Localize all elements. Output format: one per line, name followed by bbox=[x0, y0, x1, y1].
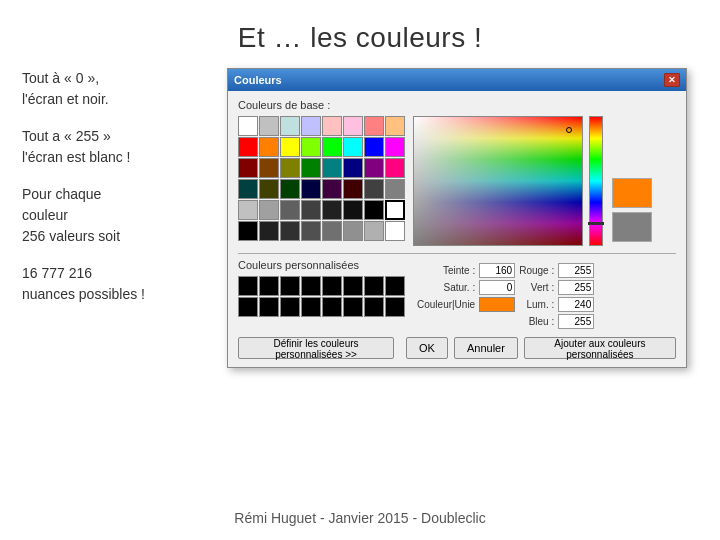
custom-swatch-13[interactable] bbox=[322, 297, 342, 317]
custom-swatch-15[interactable] bbox=[364, 297, 384, 317]
dialog-title: Couleurs bbox=[234, 74, 282, 86]
swatch-purple[interactable] bbox=[364, 158, 384, 178]
swatch-orange[interactable] bbox=[259, 137, 279, 157]
custom-swatch-7[interactable] bbox=[364, 276, 384, 296]
new-color-preview bbox=[612, 178, 652, 208]
divider bbox=[238, 253, 676, 254]
rouge-input[interactable] bbox=[558, 263, 594, 278]
swatch-b1[interactable] bbox=[238, 221, 258, 241]
custom-swatch-9[interactable] bbox=[238, 297, 258, 317]
basic-colors-grid bbox=[238, 116, 405, 247]
swatch-brown[interactable] bbox=[259, 158, 279, 178]
color-gradient-picker[interactable] bbox=[413, 116, 583, 246]
custom-swatch-3[interactable] bbox=[280, 276, 300, 296]
text-block-2-line1: Tout a « 255 » bbox=[22, 128, 111, 144]
custom-swatch-12[interactable] bbox=[301, 297, 321, 317]
couleur-label: Couleur|Unie bbox=[417, 299, 475, 310]
custom-swatch-5[interactable] bbox=[322, 276, 342, 296]
text-block-4: 16 777 216 nuances possibles ! bbox=[22, 263, 207, 305]
dialog-close-button[interactable]: ✕ bbox=[664, 73, 680, 87]
swatch-orange-light[interactable] bbox=[385, 116, 405, 136]
swatch-dark-olive[interactable] bbox=[259, 179, 279, 199]
bleu-input[interactable] bbox=[558, 314, 594, 329]
swatch-yellow[interactable] bbox=[280, 137, 300, 157]
custom-swatch-8[interactable] bbox=[385, 276, 405, 296]
swatch-b2[interactable] bbox=[259, 221, 279, 241]
swatch-cyan-light[interactable] bbox=[280, 116, 300, 136]
swatch-b3[interactable] bbox=[280, 221, 300, 241]
swatch-dark-teal[interactable] bbox=[238, 179, 258, 199]
swatch-black2[interactable] bbox=[364, 200, 384, 220]
text-block-4-line2: nuances possibles ! bbox=[22, 286, 145, 302]
swatch-olive[interactable] bbox=[280, 158, 300, 178]
swatch-blue[interactable] bbox=[364, 137, 384, 157]
text-block-3-line2: couleur bbox=[22, 207, 68, 223]
swatch-dark-blue[interactable] bbox=[343, 158, 363, 178]
add-to-custom-btn[interactable]: Ajouter aux couleurs personnalisées bbox=[524, 337, 676, 359]
swatch-navy-dark[interactable] bbox=[301, 179, 321, 199]
custom-swatch-11[interactable] bbox=[280, 297, 300, 317]
swatch-b8[interactable] bbox=[385, 221, 405, 241]
hue-slider[interactable] bbox=[589, 116, 603, 246]
swatch-b7[interactable] bbox=[364, 221, 384, 241]
custom-swatch-16[interactable] bbox=[385, 297, 405, 317]
swatch-gray4[interactable] bbox=[301, 200, 321, 220]
swatch-gray3[interactable] bbox=[280, 200, 300, 220]
swatch-gray-dark[interactable] bbox=[364, 179, 384, 199]
swatch-gray5[interactable] bbox=[322, 200, 342, 220]
swatch-forest[interactable] bbox=[280, 179, 300, 199]
swatch-dark-green[interactable] bbox=[301, 158, 321, 178]
text-block-2-line2: l'écran est blanc ! bbox=[22, 149, 131, 165]
custom-swatch-2[interactable] bbox=[259, 276, 279, 296]
swatch-b6[interactable] bbox=[343, 221, 363, 241]
swatch-yellow-green[interactable] bbox=[301, 137, 321, 157]
custom-swatch-6[interactable] bbox=[343, 276, 363, 296]
swatch-white-selected[interactable] bbox=[385, 200, 405, 220]
custom-swatch-14[interactable] bbox=[343, 297, 363, 317]
teinte-input[interactable] bbox=[479, 263, 515, 278]
swatch-dark-magenta[interactable] bbox=[385, 158, 405, 178]
text-block-1-line2: l'écran et noir. bbox=[22, 91, 109, 107]
swatch-near-black[interactable] bbox=[343, 200, 363, 220]
rouge-label: Rouge : bbox=[519, 265, 554, 276]
dialog-titlebar: Couleurs ✕ bbox=[228, 69, 686, 91]
ok-button[interactable]: OK bbox=[406, 337, 448, 359]
swatch-red-light[interactable] bbox=[364, 116, 384, 136]
swatch-red[interactable] bbox=[238, 137, 258, 157]
custom-colors-label: Couleurs personnalisées bbox=[238, 259, 405, 271]
swatch-blue-light[interactable] bbox=[301, 116, 321, 136]
satur-label: Satur. : bbox=[417, 282, 475, 293]
custom-swatch-4[interactable] bbox=[301, 276, 321, 296]
lum-input[interactable] bbox=[558, 297, 594, 312]
cancel-button[interactable]: Annuler bbox=[454, 337, 518, 359]
text-block-4-line1: 16 777 216 bbox=[22, 265, 92, 281]
swatch-green[interactable] bbox=[322, 137, 342, 157]
swatch-maroon-dark[interactable] bbox=[343, 179, 363, 199]
page-title: Et … les couleurs ! bbox=[0, 0, 720, 68]
swatch-magenta[interactable] bbox=[385, 137, 405, 157]
swatch-pink-light[interactable] bbox=[322, 116, 342, 136]
satur-input[interactable] bbox=[479, 280, 515, 295]
swatch-b5[interactable] bbox=[322, 221, 342, 241]
swatch-teal[interactable] bbox=[322, 158, 342, 178]
custom-swatch-10[interactable] bbox=[259, 297, 279, 317]
text-block-3: Pour chaque couleur 256 valeurs soit bbox=[22, 184, 207, 247]
swatch-gray1[interactable] bbox=[238, 200, 258, 220]
teinte-label: Teinte : bbox=[417, 265, 475, 276]
result-boxes bbox=[609, 116, 654, 246]
custom-colors-grid bbox=[238, 276, 405, 317]
swatch-gray2[interactable] bbox=[259, 200, 279, 220]
swatch-gray-mid[interactable] bbox=[385, 179, 405, 199]
swatch-cyan[interactable] bbox=[343, 137, 363, 157]
define-custom-btn[interactable]: Définir les couleurs personnalisées >> bbox=[238, 337, 394, 359]
swatch-indigo[interactable] bbox=[322, 179, 342, 199]
swatch-white[interactable] bbox=[238, 116, 258, 136]
couleur-unie-box bbox=[479, 297, 515, 312]
vert-input[interactable] bbox=[558, 280, 594, 295]
swatch-dark-red[interactable] bbox=[238, 158, 258, 178]
custom-swatch-1[interactable] bbox=[238, 276, 258, 296]
swatch-b4[interactable] bbox=[301, 221, 321, 241]
color-inputs-panel: Teinte : Rouge : Satur. : Vert : Couleur… bbox=[417, 259, 594, 329]
swatch-pink2[interactable] bbox=[343, 116, 363, 136]
swatch-light-gray1[interactable] bbox=[259, 116, 279, 136]
